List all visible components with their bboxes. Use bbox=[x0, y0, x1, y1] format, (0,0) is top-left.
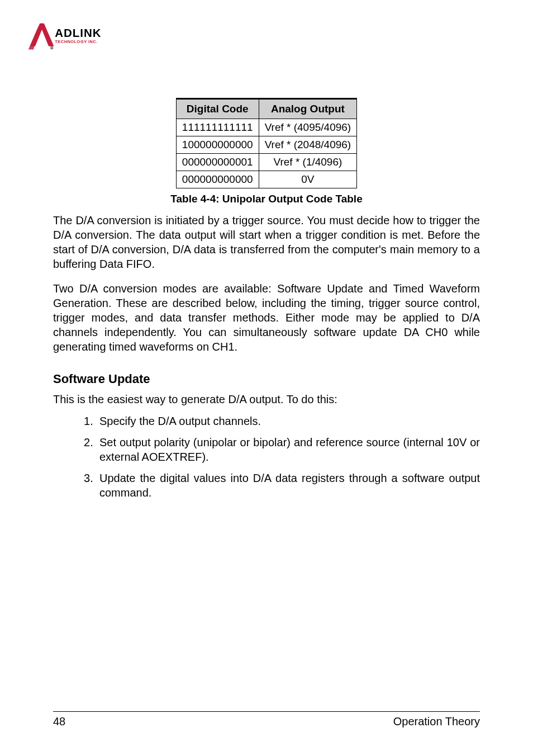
cell-analog: 0V bbox=[259, 171, 357, 188]
table-header-analog-output: Analog Output bbox=[259, 99, 357, 119]
unipolar-output-code-table: Digital Code Analog Output 111111111111 … bbox=[176, 98, 357, 188]
section-intro: This is the easiest way to generate D/A … bbox=[53, 393, 480, 406]
step-item: Update the digital values into D/A data … bbox=[84, 471, 480, 500]
table-row: 000000000001 Vref * (1/4096) bbox=[176, 154, 356, 171]
cell-digital: 000000000001 bbox=[176, 154, 259, 171]
table-row: 100000000000 Vref * (2048/4096) bbox=[176, 136, 356, 154]
table-row: 111111111111 Vref * (4095/4096) bbox=[176, 119, 356, 136]
steps-list: Specify the D/A output channels. Set out… bbox=[53, 414, 480, 507]
svg-text:ADLINK: ADLINK bbox=[55, 26, 101, 39]
page-footer: 48 Operation Theory bbox=[53, 711, 480, 728]
cell-analog: Vref * (4095/4096) bbox=[259, 119, 357, 136]
paragraph-1: The D/A conversion is initiated by a tri… bbox=[53, 213, 480, 271]
table-caption: Table 4-4: Unipolar Output Code Table bbox=[53, 193, 480, 205]
cell-digital: 100000000000 bbox=[176, 136, 259, 154]
cell-digital: 111111111111 bbox=[176, 119, 259, 136]
page-number: 48 bbox=[53, 715, 65, 728]
cell-analog: Vref * (2048/4096) bbox=[259, 136, 357, 154]
footer-title: Operation Theory bbox=[393, 715, 480, 728]
paragraph-2: Two D/A conversion modes are available: … bbox=[53, 281, 480, 354]
section-software-update-heading: Software Update bbox=[53, 372, 480, 386]
cell-digital: 000000000000 bbox=[176, 171, 259, 188]
cell-analog: Vref * (1/4096) bbox=[259, 154, 357, 171]
step-item: Set output polarity (unipolar or bipolar… bbox=[84, 435, 480, 464]
adlink-logo: ADLINK TECHNOLOGY INC. R bbox=[26, 21, 480, 56]
table-row: 000000000000 0V bbox=[176, 171, 356, 188]
step-item: Specify the D/A output channels. bbox=[84, 414, 480, 428]
table-header-digital-code: Digital Code bbox=[176, 99, 259, 119]
svg-text:TECHNOLOGY INC.: TECHNOLOGY INC. bbox=[55, 39, 97, 44]
